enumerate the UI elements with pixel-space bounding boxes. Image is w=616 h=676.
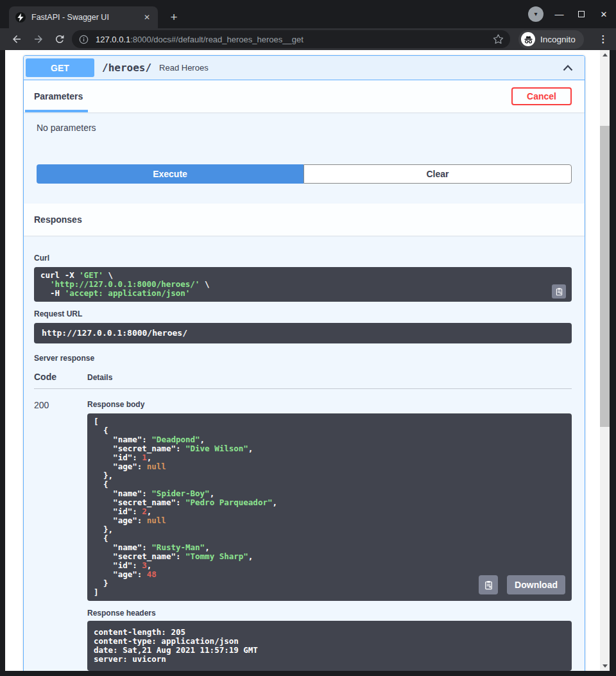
http-method-badge: GET	[26, 58, 94, 77]
forward-icon[interactable]	[33, 33, 44, 45]
url-text[interactable]: 127.0.0.1:8000/docs#/default/read_heroes…	[96, 35, 493, 44]
tab-title: FastAPI - Swagger UI	[31, 13, 141, 22]
parameters-title: Parameters	[34, 91, 83, 101]
endpoint-path[interactable]: /heroes/	[102, 62, 151, 74]
bookmark-star-icon[interactable]	[493, 34, 504, 45]
response-body-block: [ { "name": "Deadpond", "secret_name": "…	[87, 413, 572, 601]
endpoint-summary: Read Heroes	[159, 63, 209, 73]
responses-header: Responses	[24, 204, 585, 236]
execute-row: Execute Clear	[24, 151, 585, 184]
tab-close-icon[interactable]: ✕	[141, 12, 153, 23]
maximize-icon	[578, 11, 585, 17]
collapse-chevron-icon[interactable]	[561, 62, 574, 74]
responses-body: Curl curl -X 'GET' \ 'http://127.0.0.1:8…	[24, 236, 585, 671]
curl-label: Curl	[34, 254, 572, 263]
opblock-summary[interactable]: GET /heroes/ Read Heroes	[24, 56, 585, 80]
response-headers-value: content-length: 205 content-type: applic…	[87, 621, 572, 671]
status-code: 200	[34, 400, 87, 410]
incognito-badge: Incognito	[518, 30, 584, 49]
copy-response-button[interactable]	[479, 575, 498, 594]
browser-menu-icon[interactable]: ⋮	[597, 33, 609, 46]
titlebar: FastAPI - Swagger UI ✕ + ▾ — ✕	[0, 0, 616, 28]
request-url-value: http://127.0.0.1:8000/heroes/	[34, 323, 572, 343]
opblock-get-heroes: GET /heroes/ Read Heroes Parameters Canc…	[23, 55, 585, 671]
back-icon[interactable]	[11, 33, 22, 45]
details-column-header: Details	[87, 373, 112, 382]
response-row-200: 200 Response body [ { "name": "Deadpond"…	[34, 389, 572, 671]
clear-button[interactable]: Clear	[304, 164, 572, 184]
incognito-icon	[521, 32, 535, 46]
page-scrollbar[interactable]	[600, 50, 610, 671]
code-column-header: Code	[34, 372, 87, 382]
responses-title: Responses	[34, 214, 82, 225]
response-body-label: Response body	[87, 400, 572, 409]
execute-button[interactable]: Execute	[37, 164, 304, 184]
no-parameters-text: No parameters	[37, 123, 572, 133]
fastapi-favicon-icon	[15, 12, 26, 22]
new-tab-button[interactable]: +	[166, 9, 182, 26]
request-url-label: Request URL	[34, 309, 572, 318]
cancel-button[interactable]: Cancel	[511, 87, 572, 105]
minimize-button[interactable]: —	[552, 9, 566, 19]
page-viewport: GET /heroes/ Read Heroes Parameters Canc…	[5, 50, 610, 671]
response-body-actions: Download	[479, 575, 565, 594]
scrollbar-thumb[interactable]	[600, 126, 610, 427]
curl-block: curl -X 'GET' \ 'http://127.0.0.1:8000/h…	[34, 267, 572, 302]
response-table-header: Code Details	[34, 372, 572, 389]
response-body-json: [ { "name": "Deadpond", "secret_name": "…	[87, 413, 572, 601]
url-host: 127.0.0.1	[96, 35, 130, 44]
curl-command: curl -X 'GET' \ 'http://127.0.0.1:8000/h…	[34, 267, 572, 302]
browser-toolbar: 127.0.0.1:8000/docs#/default/read_heroes…	[0, 28, 616, 50]
parameters-body: No parameters	[24, 112, 585, 151]
url-bar[interactable]: 127.0.0.1:8000/docs#/default/read_heroes…	[72, 30, 510, 48]
window-controls: ▾ — ✕	[528, 5, 611, 23]
maximize-button[interactable]	[574, 10, 588, 19]
server-response-label: Server response	[34, 354, 572, 363]
browser-window: FastAPI - Swagger UI ✕ + ▾ — ✕ 127.0.	[0, 0, 616, 676]
window-menu-button[interactable]: ▾	[528, 6, 543, 22]
response-headers-label: Response headers	[87, 609, 572, 618]
swagger-page: GET /heroes/ Read Heroes Parameters Canc…	[5, 50, 600, 671]
scrollbar-up-icon[interactable]	[600, 50, 610, 60]
browser-tab[interactable]: FastAPI - Swagger UI ✕	[9, 6, 158, 28]
scrollbar-down-icon[interactable]	[600, 661, 610, 671]
download-button[interactable]: Download	[507, 575, 565, 594]
url-path: :8000/docs#/default/read_heroes_heroes__…	[130, 35, 304, 44]
reload-icon[interactable]	[54, 33, 65, 45]
close-button[interactable]: ✕	[597, 10, 611, 19]
parameters-tab-underline	[25, 110, 88, 112]
site-info-icon[interactable]	[79, 35, 89, 44]
copy-curl-button[interactable]	[552, 284, 566, 299]
incognito-label: Incognito	[540, 35, 576, 44]
response-details: Response body [ { "name": "Deadpond", "s…	[87, 400, 572, 671]
parameters-header: Parameters Cancel	[24, 80, 585, 112]
